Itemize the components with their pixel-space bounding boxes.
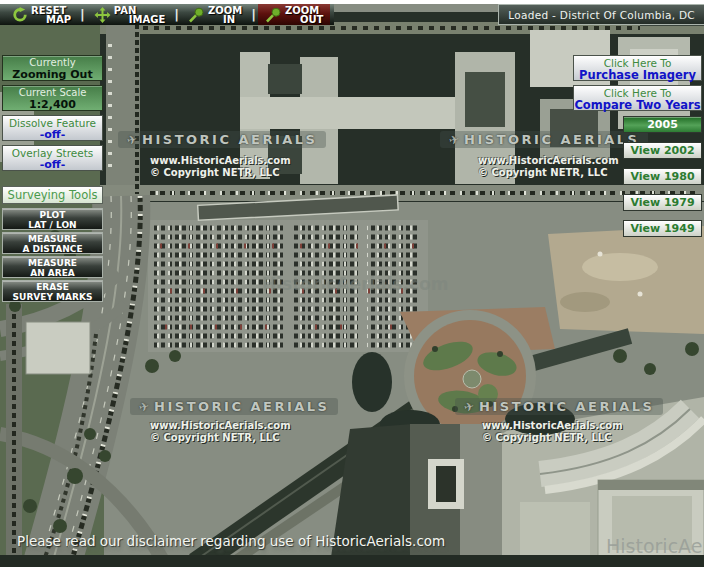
watermark-copyright-block: www.HistoricAerials.com © Copyright NETR…: [478, 155, 619, 179]
plane-icon: ✈: [448, 132, 461, 148]
watermark-copyright-line: © Copyright NETR, LLC: [482, 432, 623, 444]
watermark-text: HISTORIC AERIALS: [154, 399, 329, 414]
watermark-banner: ✈ HISTORIC AERIALS: [130, 398, 338, 415]
overlay-streets-value: -off-: [3, 159, 102, 171]
watermark-text: HISTORIC AERIALS: [142, 132, 317, 147]
button-line: AN AREA: [3, 268, 102, 278]
button-line: A DISTANCE: [3, 244, 102, 254]
measure-area-button[interactable]: MEASURE AN AREA: [2, 256, 103, 278]
watermark-copyright-block: www.HistoricAerials.com © Copyright NETR…: [150, 155, 291, 179]
button-line: MEASURE: [3, 234, 102, 244]
current-action-box: Currently Zooming Out: [2, 55, 103, 81]
top-toolbar: RESETMAP | PANIMAGE | ZOOMIN | ZOOM: [0, 4, 334, 25]
plane-icon: ✈: [126, 132, 139, 148]
watermark-banner: ✈ HISTORIC AERIALS: [440, 131, 648, 148]
watermark-copyright-line: © Copyright NETR, LLC: [150, 432, 291, 444]
watermark-url: www.HistoricAerials.com: [478, 155, 619, 167]
pan-image-button[interactable]: PANIMAGE: [87, 4, 172, 25]
year-button-2005[interactable]: 2005: [623, 116, 702, 133]
year-button-1949[interactable]: View 1949: [623, 220, 702, 237]
plane-icon: ✈: [138, 399, 151, 415]
watermark-copyright-block: www.HistoricAerials.com © Copyright NETR…: [482, 420, 623, 444]
current-scale-value: 1:2,400: [3, 99, 102, 111]
watermark-copyright-block: www.HistoricAerials.com © Copyright NETR…: [150, 420, 291, 444]
loaded-status: Loaded - District Of Columbia, DC: [498, 4, 704, 25]
loaded-status-text: Loaded - District Of Columbia, DC: [508, 9, 695, 21]
current-action-value: Zooming Out: [3, 69, 102, 81]
year-button-1980[interactable]: View 1980: [623, 168, 702, 185]
dissolve-feature-value: -off-: [3, 129, 102, 141]
year-button-1979[interactable]: View 1979: [623, 194, 702, 211]
erase-survey-marks-button[interactable]: ERASE SURVEY MARKS: [2, 280, 103, 302]
measure-distance-button[interactable]: MEASURE A DISTANCE: [2, 232, 103, 254]
watermark-text: HISTORIC AERIALS: [479, 399, 654, 414]
watermark-copyright-line: © Copyright NETR, LLC: [150, 167, 291, 179]
watermark-copyright-line: © Copyright NETR, LLC: [478, 167, 619, 179]
watermark-url: www.HistoricAerials.com: [482, 420, 623, 432]
toolbar-separator: |: [249, 7, 258, 22]
zoom-out-icon: [265, 7, 282, 23]
watermark-banner: ✈ HISTORIC AERIALS: [455, 398, 663, 415]
watermark-banner: ✈ HISTORIC AERIALS: [118, 131, 326, 148]
watermark-faint: HistoricAerials.com: [262, 274, 449, 294]
reset-map-button[interactable]: RESETMAP: [4, 4, 78, 25]
overlay-streets-toggle[interactable]: Overlay Streets -off-: [2, 145, 103, 171]
watermark-corner: HistoricAeria: [606, 535, 704, 557]
toolbar-separator: |: [78, 7, 87, 22]
plot-lat-lon-button[interactable]: PLOT LAT / LON: [2, 208, 103, 230]
bottom-road-strip: [0, 555, 704, 567]
historic-aerials-app: ✈ HISTORIC AERIALS ✈ HISTORIC AERIALS ✈ …: [0, 0, 704, 567]
year-label: View 2002: [630, 144, 694, 157]
year-label: 2005: [647, 118, 678, 131]
button-line: LAT / LON: [3, 220, 102, 230]
watermark-url: www.HistoricAerials.com: [150, 155, 291, 167]
button-line: MEASURE: [3, 258, 102, 268]
watermark-url: www.HistoricAerials.com: [150, 420, 291, 432]
compare-two-years-button[interactable]: Click Here To Compare Two Years: [573, 85, 702, 111]
button-line: PLOT: [3, 210, 102, 220]
surveying-tools-header: Surveying Tools: [2, 186, 103, 204]
button-line: SURVEY MARKS: [3, 292, 102, 302]
zoom-in-button[interactable]: ZOOMIN: [181, 4, 249, 25]
year-label: View 1980: [630, 170, 694, 183]
watermark-text: HISTORIC AERIALS: [464, 132, 639, 147]
pan-icon: [94, 7, 111, 23]
zoom-in-icon: [188, 7, 205, 23]
year-label: View 1949: [630, 222, 694, 235]
plane-icon: ✈: [463, 399, 476, 415]
zoom-out-button[interactable]: ZOOMOUT: [258, 4, 330, 25]
disclaimer-link[interactable]: Please read our disclaimer regarding use…: [17, 533, 445, 549]
year-label: View 1979: [630, 196, 694, 209]
dissolve-feature-toggle[interactable]: Dissolve Feature -off-: [2, 115, 103, 141]
button-line: ERASE: [3, 282, 102, 292]
current-scale-box: Current Scale 1:2,400: [2, 85, 103, 111]
year-button-2002[interactable]: View 2002: [623, 142, 702, 159]
purchase-imagery-button[interactable]: Click Here To Purchase Imagery: [573, 55, 702, 81]
purchase-line2: Purchase Imagery: [574, 69, 701, 81]
compare-line2: Compare Two Years: [574, 99, 701, 111]
toolbar-separator: |: [172, 7, 181, 22]
surveying-tools-label: Surveying Tools: [8, 188, 98, 202]
reset-icon: [11, 7, 28, 23]
